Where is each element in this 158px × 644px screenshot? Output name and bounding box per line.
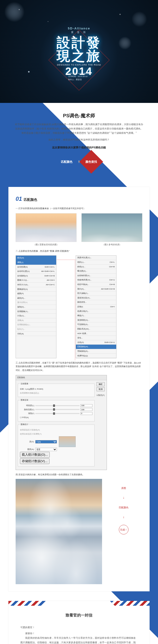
- group-stats: 图像统计 使用源选区计算颜色(R) 使用目标选区计算调整(T) 源(S):2.j…: [18, 423, 95, 466]
- layer-select[interactable]: 背景: [35, 448, 57, 451]
- hero-title-1: 設計發: [0, 36, 158, 49]
- image-1-clouds-sunset: [16, 213, 76, 242]
- intensity-slider[interactable]: [35, 409, 80, 410]
- ok-button[interactable]: 确定: [97, 382, 105, 386]
- menu-item[interactable]: 匹配颜色(M)...: [76, 344, 116, 349]
- menu-item[interactable]: HDR 色调...: [76, 332, 116, 336]
- arrow-connector: [57, 260, 75, 360]
- menu-item[interactable]: 自动色调(N)Shift+Ctrl+L: [16, 265, 56, 270]
- intensity-label: 颜色强度(C): [20, 408, 34, 412]
- dialog-header: 匹配颜色: [16, 375, 107, 380]
- menu-item[interactable]: 裁切(R)...: [16, 296, 56, 300]
- flow-step-2: 匹配颜色: [119, 506, 128, 510]
- menu-item[interactable]: 分析(A): [16, 332, 56, 336]
- badge-color-lookup: 颜色查找: [80, 150, 103, 174]
- arrow-down-icon: ↓: [123, 514, 125, 520]
- intensity-input[interactable]: [81, 408, 93, 411]
- step-2: 二.点选要改变色的图像，然后选择 "图像-调整-匹配颜色": [16, 249, 142, 253]
- menu-item[interactable]: 色调分离(P)...: [76, 309, 116, 314]
- flow-step-done: 完成！: [119, 525, 128, 534]
- menu-item[interactable]: 陷印(T)...: [16, 327, 56, 332]
- menu-item[interactable]: 去色(D)Shift+Ctrl+U: [76, 340, 116, 345]
- letter-body-2: 我是美好的条问性倾向者，常常关注知学人一学习分享好方方法，面对这样令得小资料今巴…: [20, 636, 138, 644]
- menu-item[interactable]: 色调均化(Q): [76, 354, 116, 358]
- caption-1: （图1 需要改变色彩的图）: [16, 243, 76, 246]
- intro-p2: 如此之类等，难道说大PS就没有这种所见所得的功能吗？: [14, 138, 144, 142]
- target-label: 目标: 1.png(图层 0, RGB/8): [20, 388, 43, 391]
- step-4: 四.应该是大家的分最，有过来弄吧2次或图一份色调抠出了头部的颜色。: [16, 473, 142, 476]
- menu-item[interactable]: 复制(D)...: [16, 305, 56, 310]
- luminance-slider[interactable]: [35, 405, 80, 406]
- source-label: 源(S):: [20, 440, 34, 444]
- hero-spikes: [29, 6, 129, 103]
- menu-item[interactable]: 曲线(U)...Ctrl+M: [76, 265, 116, 269]
- menu-header: 模式(M): [16, 256, 56, 260]
- menu-item[interactable]: 应用数据组(L)...: [16, 322, 56, 327]
- menu-item[interactable]: 可选颜色(S)...: [76, 322, 116, 327]
- fade-slider[interactable]: [35, 413, 80, 414]
- cancel-button[interactable]: 取消: [97, 387, 105, 391]
- menu-item[interactable]: 曝光度(E)...: [76, 269, 116, 274]
- menu-item[interactable]: 色彩平衡(B)...Ctrl+B: [76, 282, 116, 287]
- menu-item[interactable]: 通道混合器(X)...: [76, 296, 116, 300]
- menu-item[interactable]: 图像旋转(G): [16, 287, 56, 292]
- section-num: 01: [16, 196, 22, 202]
- load-stats-button[interactable]: 载入统计数据(O)...: [20, 452, 50, 458]
- menu-item[interactable]: 应用图像(Y)...: [16, 310, 56, 314]
- menu-item[interactable]: 计算(C)...: [16, 314, 56, 318]
- caption-2: （图2 参考的色调）: [82, 243, 142, 246]
- image-2-clouds-teal: [82, 213, 142, 242]
- letter-title: 致看官的一封信: [20, 613, 138, 618]
- envelope-stripe: [9, 601, 149, 606]
- save-stats-button[interactable]: 存储统计数据(V)...: [20, 458, 49, 464]
- dialog-title: 匹配颜色: [17, 376, 25, 379]
- hero-year: 2014: [0, 66, 158, 76]
- menu-item[interactable]: 变量(B): [16, 318, 56, 323]
- group-target-legend: 目标图像: [20, 382, 29, 386]
- menu-item[interactable]: 渐变映射(G)...: [76, 318, 116, 322]
- menu-item[interactable]: 自动对比度(U)Alt+Shift+Ctrl+L: [16, 269, 56, 274]
- menu-item[interactable]: 替换颜色(R)...: [76, 349, 116, 354]
- menu-left-rows: 调整(J)自动色调(N)Shift+Ctrl+L自动对比度(U)Alt+Shif…: [16, 260, 56, 336]
- intro-section: PS调色-魔术师 对于刚毕业或者工作没有接触采用 ps图片调色是一件很头疼的事，…: [0, 103, 158, 177]
- menu-item[interactable]: 变化...: [76, 336, 116, 340]
- menu-item[interactable]: 色相/饱和度(H)...Ctrl+U: [76, 278, 116, 282]
- intro-emphasis: 这次要悄悄告诉大家两个很好用的PS调色功能: [14, 145, 144, 150]
- section-heading: 01 匹配颜色: [16, 194, 142, 204]
- menu-item[interactable]: 照片滤镜(F)...: [76, 291, 116, 296]
- group-target: 目标图像 目标: 1.png(图层 0, RGB/8) 应用调整时忽略选区(I): [18, 382, 95, 397]
- hero-subtitle: DESIGNED TO EXPLORE THE ROAD: [0, 64, 158, 66]
- menu-item[interactable]: 自动颜色(O)Shift+Ctrl+B: [16, 274, 56, 278]
- source-select[interactable]: 2.jpg: [35, 440, 57, 444]
- hero-diamond: [42, 20, 116, 95]
- menu-item[interactable]: 自然饱和度(V)...: [76, 274, 116, 278]
- menu-item[interactable]: 色阶(L)...Ctrl+L: [76, 260, 116, 265]
- result-row: 原图 ↓ 匹配颜色 ↓ 完成！: [16, 479, 142, 584]
- hero-diamond-border: [48, 30, 110, 91]
- menu-item[interactable]: 黑白(K)...Alt+Shift+Ctrl+B: [76, 287, 116, 292]
- menu-item[interactable]: 阴影/高光(W)...: [76, 327, 116, 332]
- section-01: 01 匹配颜色 一.打开你所要调色的两张图像来做（一次性不同图层或者不同文件皆可…: [9, 187, 149, 592]
- luminance-input[interactable]: [81, 404, 93, 407]
- menu-item[interactable]: 反相(I)Ctrl+I: [76, 305, 116, 309]
- meta-date: 分享时间：2014-05-02: [68, 75, 90, 78]
- badges-row: 匹配颜色 + 颜色查找: [14, 154, 144, 170]
- fade-input[interactable]: [81, 412, 93, 415]
- letter-body-1: 谢谢你！: [20, 631, 138, 636]
- menu-item[interactable]: 颜色查找...: [76, 300, 116, 305]
- menu-item[interactable]: 调整(J): [16, 260, 56, 265]
- luminance-label: 明亮度(L): [20, 404, 34, 407]
- menu-screenshot: 模式(M) 调整(J)自动色调(N)Shift+Ctrl+L自动对比度(U)Al…: [16, 255, 142, 358]
- letter-salutation: 可爱的看官！: [20, 625, 138, 630]
- neutralize-checkbox[interactable]: ☐ 中和(N): [20, 416, 29, 419]
- badge-match-color: 匹配颜色: [55, 150, 78, 174]
- preview-checkbox[interactable]: ☑预览(P): [97, 394, 105, 397]
- menu-item[interactable]: 显示全部(V): [16, 300, 56, 305]
- menu-item[interactable]: 阈值(T)...: [76, 314, 116, 318]
- intro-heading: PS调色-魔术师: [14, 112, 144, 119]
- menu-item[interactable]: 亮度/对比度(C)...: [76, 256, 116, 260]
- menu-item[interactable]: 画布大小(S)...Alt+Ctrl+C: [16, 283, 56, 287]
- menu-item[interactable]: 裁剪(P): [16, 292, 56, 296]
- menu-item[interactable]: 图像大小(I)...Alt+Ctrl+I: [16, 278, 56, 283]
- hero-banner: 5D-Alliance 黄 昔 强 設計發 現之旅 DESIGNED TO EX…: [0, 0, 158, 103]
